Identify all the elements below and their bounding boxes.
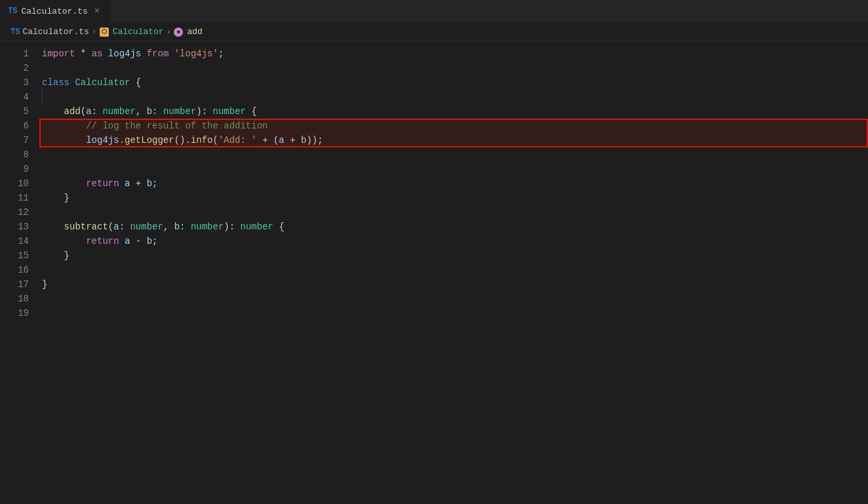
breadcrumb-ts-icon: TS [10,28,20,37]
kw-class: class [42,75,69,90]
line-num-9: 9 [0,162,29,176]
breadcrumb-class-icon: ⬡ [100,28,109,37]
kw-from: from [147,47,169,61]
code-line-2 [42,61,868,75]
kw-return-subtract: return [86,234,119,248]
code-line-1: import * as log4js from 'log4js'; [42,47,868,61]
tab-close-button[interactable]: × [92,5,102,17]
line-num-11: 11 [0,191,29,205]
line-num-5: 5 [0,104,29,119]
breadcrumb-class-name: Calculator [113,27,164,37]
code-line-18 [42,292,868,306]
line-num-8: 8 [0,147,29,162]
kw-import: import [42,47,75,61]
line-num-17: 17 [0,277,29,292]
code-line-3: class Calculator { [42,75,868,90]
tab-filename: Calculator.ts [21,7,87,16]
code-line-15: } [42,248,868,263]
line-num-18: 18 [0,292,29,306]
line-num-15: 15 [0,248,29,263]
code-content[interactable]: import * as log4js from 'log4js'; class … [39,41,868,504]
methodname-add: add [64,104,81,119]
code-line-14: return a - b; [42,234,868,248]
code-line-11: } [42,191,868,205]
code-line-10: return a + b; [42,176,868,191]
line-numbers: 1 2 3 4 5 6 7 8 9 10 11 12 13 14 15 16 1… [0,41,39,504]
breadcrumb-method-icon: ◆ [174,28,183,37]
breadcrumb-sep-2: › [167,27,172,37]
kw-as: as [92,47,103,61]
log4js-call: log4js [86,133,119,147]
line-num-10: 10 [0,176,29,191]
line-num-16: 16 [0,263,29,277]
line-num-6: 6 [0,119,29,133]
code-line-16 [42,263,868,277]
line-num-19: 19 [0,306,29,320]
code-line-4 [42,90,868,104]
methodname-subtract: subtract [64,220,108,234]
line-num-3: 3 [0,75,29,90]
breadcrumb-file: Calculator.ts [22,27,89,37]
comment-log: // log the result of the addition [86,119,267,133]
line-num-1: 1 [0,47,29,61]
code-line-5: add(a: number, b: number): number { [42,104,868,119]
line-num-4: 4 [0,90,29,104]
code-line-8 [42,147,868,162]
breadcrumb: TS Calculator.ts › ⬡ Calculator › ◆ add [0,23,868,41]
code-line-13: subtract(a: number, b: number): number { [42,220,868,234]
line-num-14: 14 [0,234,29,248]
identifier-log4js: log4js [108,47,141,61]
code-line-9 [42,162,868,176]
ts-file-icon: TS [8,7,17,16]
tab-bar: TS Calculator.ts × [0,0,868,23]
string-log4js: 'log4js' [174,47,218,61]
code-line-19 [42,306,868,320]
code-line-12 [42,205,868,220]
line-num-2: 2 [0,61,29,75]
line-num-13: 13 [0,220,29,234]
breadcrumb-method-name: add [187,27,202,37]
breadcrumb-sep-1: › [92,27,97,37]
code-line-17: } [42,277,868,292]
line-num-12: 12 [0,205,29,220]
line-num-7: 7 [0,133,29,147]
code-editor[interactable]: 1 2 3 4 5 6 7 8 9 10 11 12 13 14 15 16 1… [0,41,868,504]
code-line-7: log4js.getLogger().info('Add: ' + (a + b… [42,133,868,147]
kw-return-add: return [86,176,119,191]
tab-calculator-ts[interactable]: TS Calculator.ts × [0,0,111,22]
classname-calculator: Calculator [75,75,130,90]
code-line-6: // log the result of the addition [42,119,868,133]
